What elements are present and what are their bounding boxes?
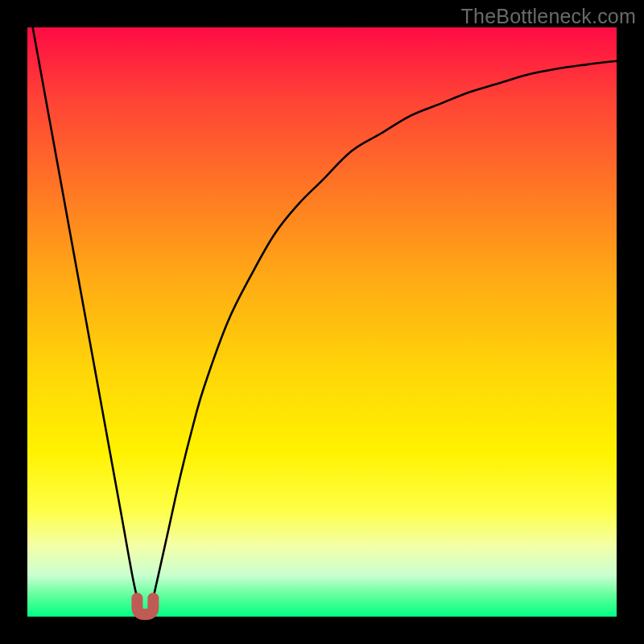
minimum-marker xyxy=(137,598,153,614)
plot-area xyxy=(27,27,617,617)
curve-svg xyxy=(27,27,617,617)
outer-frame: TheBottleneck.com xyxy=(0,0,644,644)
watermark-text: TheBottleneck.com xyxy=(461,5,636,28)
bottleneck-curve-path xyxy=(27,0,617,613)
